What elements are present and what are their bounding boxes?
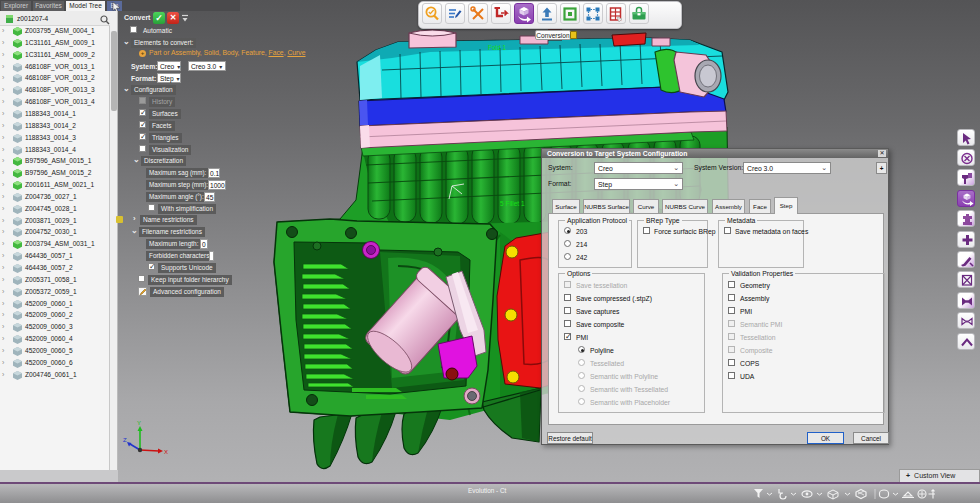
svg-text:Y: Y: [137, 420, 141, 426]
svg-text:Z: Z: [123, 437, 127, 443]
svg-text:5 Fillet 1: 5 Fillet 1: [500, 200, 525, 207]
svg-text:X: X: [164, 449, 168, 455]
svg-text:Fold 1: Fold 1: [488, 44, 506, 51]
